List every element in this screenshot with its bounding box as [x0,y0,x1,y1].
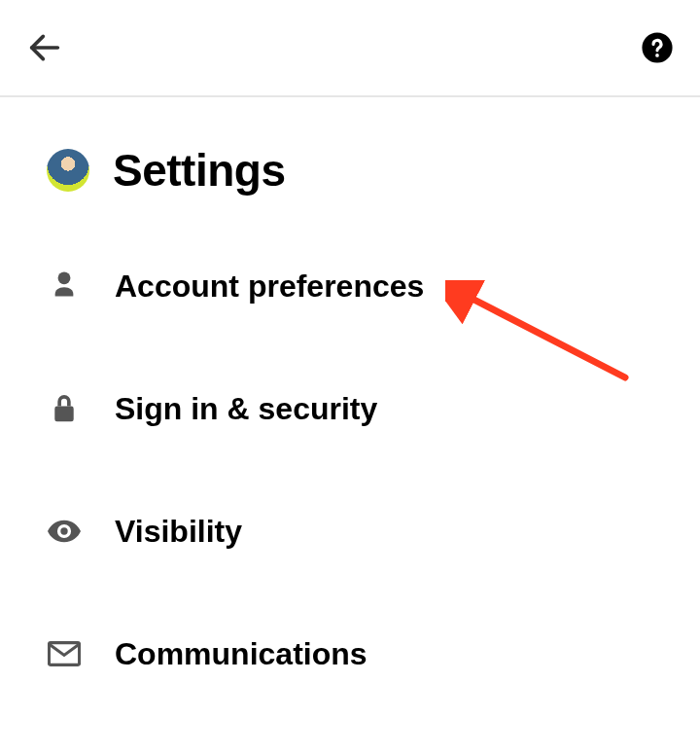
eye-icon [47,514,82,549]
menu-item-label: Visibility [115,514,242,550]
svg-point-3 [58,271,71,284]
menu-item-label: Account preferences [115,269,424,305]
help-button[interactable] [638,28,677,67]
menu-item-sign-in-security[interactable]: Sign in & security [47,374,700,444]
back-button[interactable] [23,26,66,69]
lock-icon [47,391,82,426]
page-header: Settings [0,97,700,197]
arrow-left-icon [25,28,64,67]
svg-point-2 [655,54,659,57]
svg-rect-4 [54,407,73,422]
avatar[interactable] [47,149,89,192]
menu-item-communications[interactable]: Communications [47,619,700,689]
menu-item-visibility[interactable]: Visibility [47,496,700,566]
menu-item-label: Communications [115,636,368,672]
svg-point-5 [60,527,67,534]
settings-menu: Account preferences Sign in & security V… [0,251,700,741]
topbar [0,0,700,97]
menu-item-account-preferences[interactable]: Account preferences [47,251,700,321]
person-icon [47,269,82,304]
mail-icon [47,636,82,671]
help-circle-icon [641,31,674,64]
menu-item-label: Sign in & security [115,391,377,427]
page-title: Settings [113,144,285,197]
